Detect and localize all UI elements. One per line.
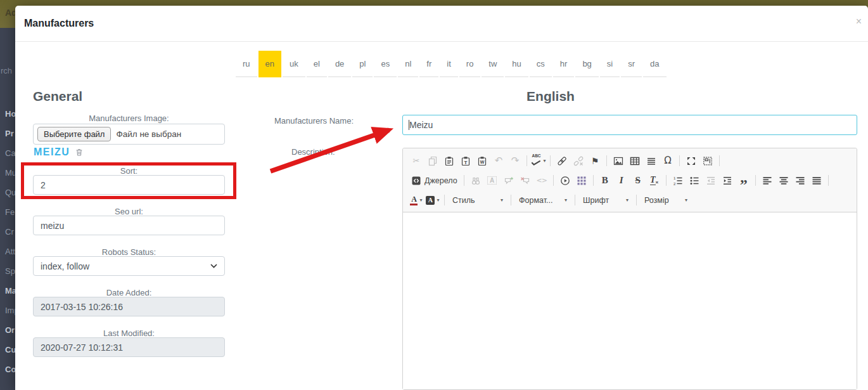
tab-tw[interactable]: tw: [482, 51, 504, 77]
tab-uk[interactable]: uk: [283, 51, 305, 77]
media-embed-button[interactable]: [557, 172, 573, 188]
indent-icon: [722, 176, 732, 186]
tab-bg[interactable]: bg: [575, 51, 598, 77]
close-icon[interactable]: ×: [856, 16, 862, 27]
align-justify-button[interactable]: [808, 172, 825, 188]
blockquote-button[interactable]: ”: [736, 172, 752, 188]
paste-word-icon: W: [477, 156, 487, 166]
remove-format-button[interactable]: T×: [646, 172, 663, 188]
manufacturers-name-input[interactable]: [402, 115, 857, 135]
numbered-list-button[interactable]: 12: [670, 172, 686, 188]
anchor-flag-icon: ⚑: [591, 157, 599, 166]
image-file-input[interactable]: Выберите файл Файл не выбран: [33, 124, 225, 145]
add-comment-button: [501, 172, 517, 188]
tab-el[interactable]: el: [307, 51, 327, 77]
find-icon: [471, 176, 481, 186]
show-blocks-button[interactable]: [699, 153, 716, 169]
tab-ro[interactable]: ro: [459, 51, 481, 77]
image-icon: [613, 156, 623, 166]
align-right-button[interactable]: [792, 172, 808, 188]
table-button[interactable]: [627, 153, 643, 169]
inline-code-button: <>: [533, 172, 550, 188]
styles-combo[interactable]: Стиль▾: [448, 193, 507, 208]
tab-fr[interactable]: fr: [419, 51, 438, 77]
toolbar-separator: [511, 195, 511, 205]
tab-pl[interactable]: pl: [352, 51, 373, 77]
tab-de[interactable]: de: [328, 51, 351, 77]
tab-es[interactable]: es: [374, 51, 397, 77]
manufacturers-modal: Manufacturers × ruenukeldeplesnlfritrotw…: [15, 6, 868, 390]
robots-status-select[interactable]: index, follow: [33, 256, 225, 276]
tab-cs[interactable]: cs: [530, 51, 552, 77]
tab-hu[interactable]: hu: [505, 51, 528, 77]
horizontal-line-button[interactable]: [643, 153, 660, 169]
svg-text:2: 2: [673, 181, 676, 185]
tab-nl[interactable]: nl: [398, 51, 418, 77]
date-added-label: Date Added:: [33, 288, 225, 297]
italic-button[interactable]: I: [613, 172, 630, 188]
background-color-icon: A: [426, 196, 435, 205]
media-embed-icon: [560, 176, 570, 186]
unlink-icon: [573, 156, 584, 166]
toolbar-separator: [719, 155, 720, 166]
tab-hr[interactable]: hr: [553, 51, 575, 77]
show-blocks-icon: [703, 156, 713, 166]
toolbar-separator: [553, 175, 554, 186]
special-character-button[interactable]: Ω: [660, 153, 676, 169]
bulleted-list-button[interactable]: [686, 172, 703, 188]
size-combo[interactable]: Розмір▾: [640, 193, 692, 208]
toolbar-separator: [464, 175, 464, 186]
outdent-button: [703, 172, 719, 188]
tab-ru[interactable]: ru: [236, 51, 257, 77]
bold-button[interactable]: B: [597, 172, 613, 188]
tab-it[interactable]: it: [440, 51, 458, 77]
paste-text-button[interactable]: T: [457, 153, 474, 169]
manufacturers-image-label: Manufacturers Image:: [33, 114, 225, 123]
indent-button[interactable]: [719, 172, 736, 188]
svg-text:1: 1: [673, 176, 676, 179]
copy-icon: [428, 156, 438, 166]
remove-comment-icon: [520, 176, 530, 186]
date-added-input: [33, 297, 225, 316]
strikethrough-button[interactable]: S: [630, 172, 646, 188]
toolbar-separator: [679, 155, 680, 166]
toolbar-separator: [636, 195, 637, 205]
choose-file-button[interactable]: Выберите файл: [37, 127, 111, 141]
delete-image-icon[interactable]: [75, 148, 84, 157]
tab-da[interactable]: da: [643, 51, 666, 77]
toolbar-separator: [755, 175, 756, 186]
paste-button[interactable]: [441, 153, 457, 169]
link-button[interactable]: [554, 153, 570, 169]
chevron-down-icon: ▾: [543, 158, 546, 164]
cut-button: ✂: [408, 153, 424, 169]
toolbar-separator: [666, 175, 667, 186]
image-button[interactable]: [610, 153, 627, 169]
unlink-button: [570, 153, 587, 169]
undo-button: ↶: [490, 153, 507, 169]
paste-word-button[interactable]: W: [474, 153, 490, 169]
sort-label: Sort:: [33, 166, 225, 176]
widget-grid-button[interactable]: [573, 172, 590, 188]
sort-input[interactable]: [33, 175, 225, 195]
align-left-button[interactable]: [759, 172, 775, 188]
tab-sr[interactable]: sr: [621, 51, 642, 77]
spell-check-button[interactable]: ABC▾: [530, 153, 547, 169]
format-combo[interactable]: Формат...▾: [514, 193, 571, 208]
tab-en[interactable]: en: [258, 51, 281, 77]
seo-url-label: Seo url:: [33, 207, 225, 216]
font-combo[interactable]: Шрифт▾: [578, 193, 633, 208]
anchor-flag-button[interactable]: ⚑: [587, 153, 603, 169]
cut-icon: ✂: [413, 157, 420, 165]
maximize-button[interactable]: [683, 153, 699, 169]
replace-icon: A: [487, 176, 497, 185]
find-button: [468, 172, 484, 188]
align-center-button[interactable]: [775, 172, 792, 188]
background-color-button[interactable]: A▾: [424, 192, 441, 208]
svg-text:T: T: [464, 159, 468, 165]
editor-content-area[interactable]: [403, 212, 857, 389]
seo-url-input[interactable]: [33, 216, 225, 235]
source-button[interactable]: Джерело: [408, 172, 461, 188]
align-right-icon: [795, 176, 805, 186]
text-color-button[interactable]: A▾: [408, 192, 424, 208]
tab-si[interactable]: si: [600, 51, 620, 77]
